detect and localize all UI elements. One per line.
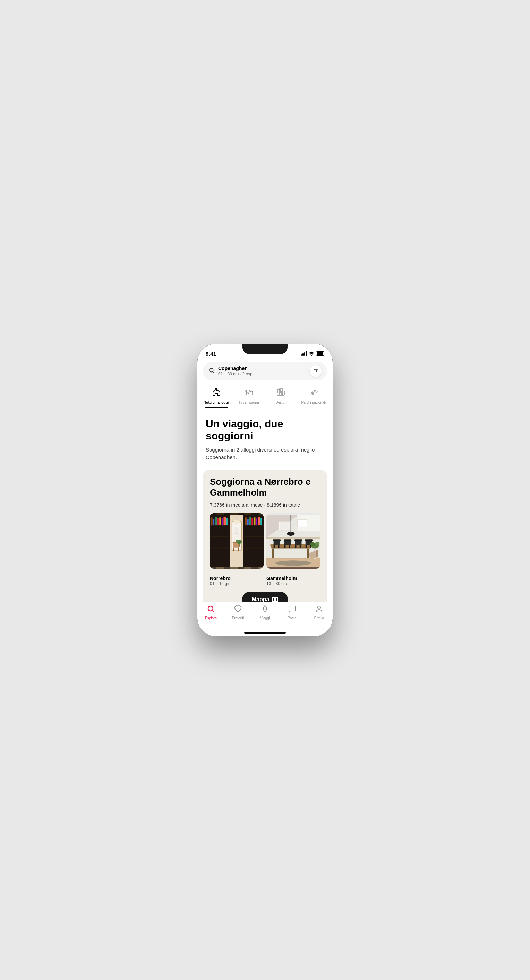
- airbnb-icon: [261, 605, 269, 615]
- caption-gammelholm: Gammelholm 13 – 30 giu: [267, 576, 320, 586]
- svg-rect-14: [210, 547, 229, 549]
- svg-rect-20: [215, 517, 217, 525]
- tab-bar: Esplora Preferiti: [197, 601, 333, 629]
- home-indicator: [197, 629, 333, 636]
- map-btn-wrapper: Mappa: [210, 592, 320, 601]
- signal-icon: [301, 352, 307, 356]
- svg-rect-57: [274, 540, 280, 545]
- category-all-accommodations[interactable]: Tutti gli alloggi: [200, 385, 233, 408]
- svg-point-5: [316, 371, 317, 372]
- heart-icon: [234, 605, 242, 615]
- profile-icon: [315, 605, 323, 615]
- tab-inbox[interactable]: Posta: [279, 605, 306, 620]
- property-image-gammelholm[interactable]: [267, 513, 320, 569]
- category-countryside-label: In campagna: [239, 401, 259, 404]
- search-details: 01 – 30 giu · 2 ospiti: [218, 371, 306, 376]
- tab-profile[interactable]: Profilo: [306, 605, 333, 620]
- hero-section: Un viaggio, due soggiorni Soggiorna in 2…: [197, 408, 333, 467]
- tab-inbox-label: Posta: [287, 616, 297, 620]
- search-destination: Copenaghen: [218, 366, 306, 371]
- gammelholm-image: [267, 513, 320, 569]
- caption-norrebro: Nørrebro 01 – 12 giu: [210, 576, 263, 586]
- svg-rect-42: [238, 547, 239, 551]
- svg-point-6: [246, 390, 247, 391]
- svg-rect-74: [290, 532, 292, 535]
- svg-rect-13: [210, 536, 229, 537]
- filter-button[interactable]: [310, 365, 321, 377]
- battery-icon: [316, 352, 324, 356]
- svg-point-4: [314, 369, 315, 371]
- notch: [243, 344, 287, 354]
- svg-rect-19: [212, 519, 214, 525]
- svg-rect-18: [211, 517, 212, 525]
- svg-rect-22: [219, 517, 221, 525]
- svg-rect-58: [273, 539, 281, 541]
- category-design-label: Design: [276, 401, 286, 404]
- tab-explore[interactable]: Esplora: [197, 605, 224, 620]
- search-icon: [209, 368, 215, 375]
- svg-rect-21: [217, 518, 219, 525]
- svg-rect-43: [239, 543, 240, 546]
- search-text-group: Copenaghen 01 – 30 giu · 2 ospiti: [218, 366, 306, 376]
- svg-rect-12: [210, 525, 229, 526]
- category-design[interactable]: Design: [265, 385, 297, 408]
- category-countryside[interactable]: In campagna: [233, 385, 265, 408]
- map-button-label: Mappa: [252, 597, 270, 601]
- svg-rect-71: [306, 545, 307, 548]
- norrebro-name: Nørrebro: [210, 576, 263, 581]
- message-icon: [288, 605, 296, 615]
- svg-rect-62: [284, 539, 292, 541]
- tab-trips[interactable]: Viaggi: [251, 605, 279, 620]
- map-button-icon: [272, 597, 278, 601]
- svg-rect-60: [278, 545, 279, 548]
- norrebro-image: [210, 513, 263, 569]
- svg-rect-33: [260, 518, 262, 525]
- svg-rect-7: [278, 390, 280, 393]
- price-avg: 7.376€ in media al mese: [210, 502, 263, 508]
- svg-rect-63: [284, 545, 286, 548]
- svg-rect-61: [284, 540, 291, 545]
- category-parks-label: Parchi nazionali: [301, 401, 326, 404]
- svg-rect-16: [244, 536, 263, 537]
- tab-favorites[interactable]: Preferiti: [224, 605, 251, 620]
- svg-rect-68: [300, 545, 301, 548]
- property-card[interactable]: Soggiorna a Nørrebro e Gammelholm 7.376€…: [203, 469, 327, 602]
- price-total-link[interactable]: 8.189€ in totale: [267, 502, 300, 508]
- main-content[interactable]: Copenaghen 01 – 30 giu · 2 ospiti: [197, 359, 333, 601]
- svg-point-45: [236, 539, 239, 542]
- svg-rect-23: [222, 519, 223, 525]
- category-national-parks[interactable]: Parchi nazionali: [297, 385, 330, 408]
- countryside-icon: [244, 387, 254, 399]
- property-captions: Nørrebro 01 – 12 giu Gammelholm 13 – 30 …: [210, 572, 320, 586]
- svg-point-78: [275, 560, 311, 566]
- svg-point-37: [233, 520, 241, 523]
- search-bar[interactable]: Copenaghen 01 – 30 giu · 2 ospiti: [203, 362, 327, 380]
- card-title: Soggiorna a Nørrebro e Gammelholm: [210, 476, 320, 498]
- svg-rect-17: [244, 547, 263, 549]
- card-price: 7.376€ in media al mese · 8.189€ in tota…: [210, 502, 320, 508]
- property-image-norrebro[interactable]: [210, 513, 263, 569]
- tab-profile-label: Profilo: [314, 616, 324, 620]
- svg-rect-66: [294, 539, 302, 541]
- status-time: 9:41: [206, 351, 216, 356]
- gammelholm-dates: 13 – 30 giu: [267, 581, 320, 586]
- svg-point-0: [311, 355, 312, 356]
- svg-rect-87: [273, 598, 275, 601]
- phone-frame: 9:41: [197, 344, 333, 636]
- tab-explore-label: Esplora: [205, 616, 217, 620]
- svg-rect-85: [297, 520, 307, 527]
- svg-rect-64: [289, 545, 291, 548]
- map-button[interactable]: Mappa: [242, 592, 288, 601]
- svg-rect-25: [226, 518, 228, 525]
- norrebro-dates: 01 – 12 giu: [210, 581, 263, 586]
- svg-point-91: [318, 606, 321, 609]
- search-bar-container: Copenaghen 01 – 30 giu · 2 ospiti: [197, 359, 333, 385]
- svg-rect-28: [249, 517, 251, 525]
- tab-trips-label: Viaggi: [260, 616, 270, 620]
- svg-rect-59: [274, 545, 275, 548]
- gammelholm-name: Gammelholm: [267, 576, 320, 581]
- svg-rect-31: [255, 519, 257, 525]
- phone-screen: 9:41: [197, 344, 333, 636]
- svg-rect-30: [254, 517, 255, 525]
- svg-rect-26: [245, 517, 247, 525]
